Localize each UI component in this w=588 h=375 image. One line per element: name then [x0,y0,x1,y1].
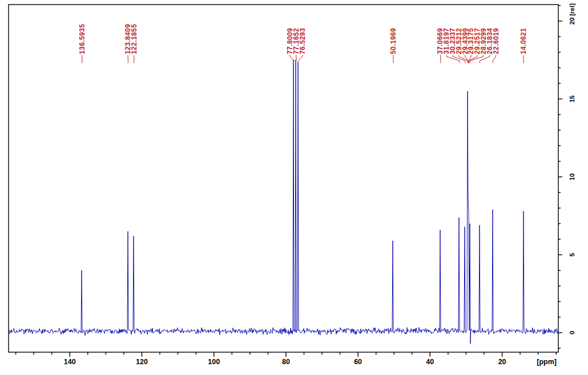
peak-label-list: 136.5935123.8409122.185577.800977.165276… [78,24,527,63]
peak-label: 76.5293 [299,28,307,54]
x-tick-label: 120 [136,358,148,366]
peak-label: 50.1969 [389,28,397,54]
y-axis: 05101520[rel] [558,3,575,348]
peak-label: 14.0621 [519,28,527,54]
y-tick-label: 15 [569,95,575,102]
y-tick-label: 5 [569,253,575,257]
spectrum-trace [9,60,558,344]
x-tick-label: 60 [354,358,362,366]
peak-label: 22.6019 [492,28,500,54]
y-axis-unit-label: [rel] [569,3,575,16]
peak-label: 122.1855 [130,24,138,54]
y-tick-label: 20 [569,18,575,25]
x-axis: 14012010080604020[ppm] [16,352,557,366]
y-tick-label: 10 [569,174,575,181]
x-tick-label: 100 [208,358,220,366]
x-tick-label: 80 [282,358,290,366]
axes [9,5,558,352]
peak-label: 136.5935 [78,24,86,54]
x-axis-unit-label: [ppm] [537,358,557,366]
spectrum-canvas: 136.5935123.8409122.185577.800977.165276… [0,0,588,375]
y-tick-label: 0 [569,331,575,334]
plot-frame [9,5,558,352]
x-tick-label: 20 [498,358,506,366]
nmr-spectrum-figure: 136.5935123.8409122.185577.800977.165276… [0,0,588,375]
x-tick-label: 140 [64,358,76,366]
x-tick-label: 40 [426,358,434,366]
